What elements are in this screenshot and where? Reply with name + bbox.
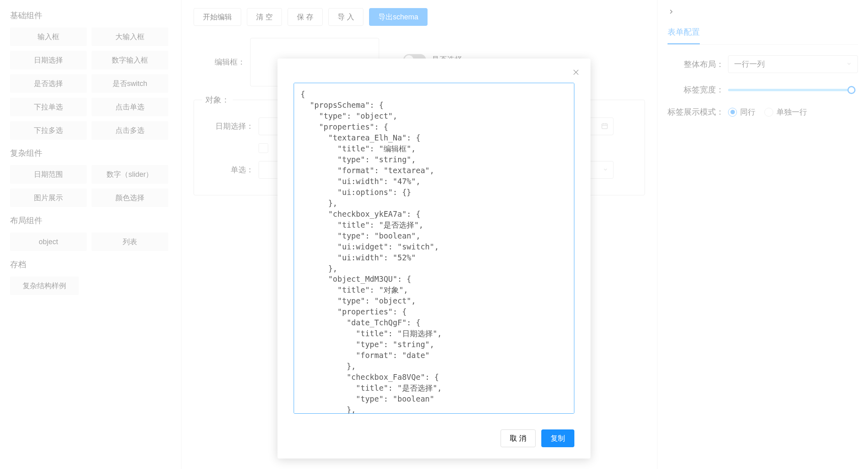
schema-code-textarea[interactable] — [294, 83, 574, 414]
close-icon[interactable] — [572, 68, 580, 78]
export-schema-modal: 取 消 复制 — [278, 59, 590, 459]
cancel-button[interactable]: 取 消 — [501, 429, 536, 447]
copy-button[interactable]: 复制 — [541, 429, 574, 447]
modal-footer: 取 消 复制 — [278, 423, 590, 459]
modal-overlay: 取 消 复制 — [0, 0, 868, 469]
